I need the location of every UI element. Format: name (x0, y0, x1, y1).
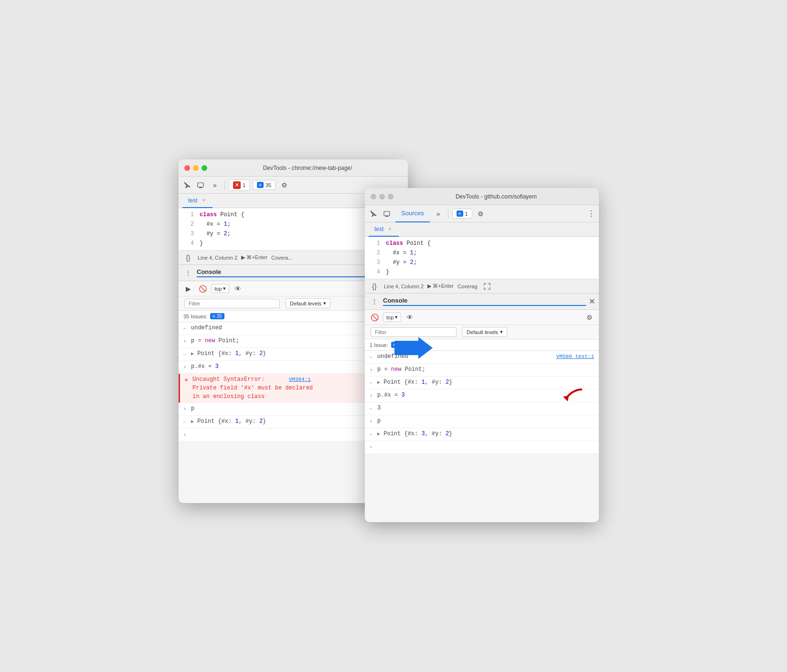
error-count-left: ✕ (233, 181, 241, 189)
traffic-lights-right (371, 194, 394, 200)
main-toolbar-right: Sources » ≡ 1 ⚙ ⋮ (365, 205, 599, 222)
red-arrow (563, 387, 585, 404)
console-dots-right[interactable]: ⋮ (369, 296, 380, 307)
message-count-left: 35 (266, 182, 271, 188)
log-entry-r4: › p.#x = 3 (365, 389, 599, 402)
more-tabs-left[interactable]: » (209, 179, 221, 191)
top-label-right: top (386, 315, 394, 320)
scene: DevTools - chrome://new-tab-page/ » ✕ 1 (179, 150, 608, 522)
inspector-icon-left[interactable] (182, 180, 192, 190)
console-log-right: ← undefined VM580 test:1 › p = new Point… (365, 351, 599, 454)
window-title-left: DevTools - chrome://new-tab-page/ (213, 165, 402, 171)
message-icon-left: ≡ (257, 182, 264, 188)
error-count-text-left: 1 (243, 182, 245, 188)
filter-input-left[interactable] (184, 299, 280, 308)
eye-btn-left[interactable]: 👁 (232, 283, 244, 294)
console-toolbar-right: 🚫 top ▾ 👁 ⚙ (365, 310, 599, 325)
levels-label-left: Default levels (290, 301, 321, 306)
tl-1-right[interactable] (371, 194, 376, 200)
window-title-right: DevTools - github.com/sofiayem (399, 193, 593, 200)
play-btn-console-left[interactable]: ▶ (182, 283, 194, 294)
message-icon-right: ≡ (457, 210, 463, 217)
maximize-button-left[interactable] (202, 165, 207, 171)
code-line-r3: 3 #y = 2; (365, 258, 599, 267)
message-badge-left[interactable]: ≡ 35 (253, 180, 276, 190)
svg-rect-0 (198, 183, 203, 187)
expand-btn-right[interactable] (481, 281, 493, 292)
minimize-button-left[interactable] (193, 165, 199, 171)
console-close-right[interactable]: ✕ (589, 297, 595, 306)
title-bar-left: DevTools - chrome://new-tab-page/ (179, 159, 408, 177)
tab-close-right[interactable]: × (386, 226, 393, 232)
top-dropdown-left[interactable]: top ▾ (211, 284, 229, 293)
top-label-left: top (214, 286, 222, 292)
code-area-right: 1 class Point { 2 #x = 1; 3 #y = 2; 4 } (365, 237, 599, 279)
tab-test-right[interactable]: test × (369, 222, 399, 237)
device-toggle-left[interactable] (195, 179, 206, 191)
separator-1 (224, 180, 225, 190)
log-entry-r8: › (365, 441, 599, 454)
status-bar-right: {} Line 4, Column 2 ▶ ⌘+Enter Coverag (365, 279, 599, 294)
error-badge-left[interactable]: ✕ 1 (229, 179, 250, 191)
levels-btn-left[interactable]: Default levels ▾ (286, 298, 330, 308)
console-header-right: ⋮ Console ✕ (365, 294, 599, 310)
svg-rect-3 (384, 211, 390, 216)
traffic-lights-left (184, 165, 207, 171)
tab-test-left[interactable]: test × (182, 194, 213, 208)
coverage-left: Covera... (271, 255, 293, 261)
no-btn-console-left[interactable]: 🚫 (197, 283, 208, 294)
tab-label-right: test (374, 226, 383, 232)
tl-3-right[interactable] (388, 194, 394, 200)
log-link-r1[interactable]: VM580 test:1 (556, 352, 594, 361)
sep-right (448, 209, 448, 219)
code-line-r2: 2 #x = 1; (365, 248, 599, 258)
format-btn-right[interactable]: {} (369, 281, 380, 292)
svg-marker-5 (563, 396, 569, 401)
more-tabs-right[interactable]: » (433, 208, 444, 220)
svg-marker-2 (394, 337, 433, 359)
device-toggle-right[interactable] (381, 208, 393, 220)
line-col-left: Line 4, Column 2 (198, 255, 237, 261)
sources-tab-right[interactable]: Sources (395, 205, 430, 222)
tab-close-left[interactable]: × (200, 197, 207, 204)
coverage-right: Coverag (457, 284, 478, 289)
svg-rect-4 (385, 216, 388, 217)
levels-btn-right[interactable]: Default levels ▾ (462, 327, 507, 337)
run-btn-right[interactable]: ▶ ⌘+Enter (427, 283, 454, 289)
format-btn-left[interactable]: {} (182, 252, 194, 263)
settings-console-right[interactable]: ⚙ (584, 312, 595, 323)
message-badge-right[interactable]: ≡ 1 (452, 209, 472, 219)
log-entry-r2: › p = new Point; (365, 364, 599, 377)
tabs-bar-right: test × (365, 222, 599, 237)
levels-label-right: Default levels (467, 329, 498, 335)
log-entry-r7: ← ▶ Point {#x: 3, #y: 2} (365, 428, 599, 441)
no-btn-console-right[interactable]: 🚫 (369, 312, 380, 323)
code-line-r4: 4 } (365, 267, 599, 277)
svg-rect-1 (199, 187, 202, 188)
close-button-left[interactable] (184, 165, 190, 171)
eye-btn-right[interactable]: 👁 (404, 312, 415, 323)
console-title-right: Console (383, 297, 586, 306)
issues-badge-left[interactable]: ≡ 35 (210, 313, 224, 319)
tab-label-left: test (188, 197, 197, 204)
issues-count-left: 35 Issues: (183, 314, 207, 319)
top-dropdown-right[interactable]: top ▾ (383, 313, 401, 322)
issues-count-right: 1 Issue: (370, 342, 388, 348)
inspector-icon-right[interactable] (369, 209, 378, 219)
filter-input-right[interactable] (371, 327, 457, 337)
title-bar-right: DevTools - github.com/sofiayem (365, 188, 599, 205)
settings-btn-left[interactable]: ⚙ (278, 179, 290, 191)
blue-arrow (394, 336, 433, 360)
log-entry-r6: › p (365, 415, 599, 428)
log-entry-r5: ← 3 (365, 402, 599, 415)
console-dots-left[interactable]: ⋮ (182, 267, 194, 279)
message-count-right: 1 (465, 211, 468, 217)
line-col-right: Line 4, Column 2 (384, 284, 424, 289)
code-line-r1: 1 class Point { (365, 239, 599, 248)
run-btn-left[interactable]: ▶ ⌘+Enter (241, 254, 267, 261)
tl-2-right[interactable] (379, 194, 385, 200)
settings-btn-right[interactable]: ⚙ (475, 208, 487, 220)
three-dots-right[interactable]: ⋮ (587, 209, 595, 218)
